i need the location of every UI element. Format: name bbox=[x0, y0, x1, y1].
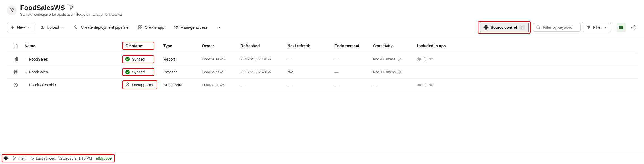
svg-rect-7 bbox=[139, 28, 140, 29]
endorsement-cell: — bbox=[334, 70, 371, 74]
svg-point-1 bbox=[12, 8, 13, 10]
synced-icon bbox=[125, 70, 130, 74]
filter-icon bbox=[586, 25, 591, 30]
sensitivity-cell: — bbox=[373, 83, 415, 87]
owner-cell: FoodSalesWS bbox=[202, 57, 238, 61]
svg-point-4 bbox=[77, 28, 78, 29]
svg-rect-5 bbox=[139, 26, 140, 27]
table-header-row: Name Git status Type Owner Refreshed Nex… bbox=[7, 38, 637, 53]
lineage-view-button[interactable] bbox=[629, 23, 637, 31]
premium-diamond-icon bbox=[68, 5, 73, 11]
manage-access-button[interactable]: Manage access bbox=[170, 23, 211, 32]
refreshed-cell: — bbox=[240, 83, 285, 87]
included-toggle[interactable] bbox=[417, 57, 426, 61]
table-row[interactable]: FoodSales.pbixUnsupportedDashboardFoodSa… bbox=[7, 79, 637, 91]
endorsement-cell: — bbox=[334, 57, 371, 61]
sensitivity-cell: Non-Business bbox=[373, 70, 415, 74]
source-control-button[interactable]: Source control 0 bbox=[480, 23, 529, 32]
endorsement-cell: — bbox=[334, 83, 371, 87]
svg-point-11 bbox=[218, 27, 218, 28]
list-view-toggle[interactable] bbox=[617, 23, 626, 32]
git-status-cell: Synced bbox=[125, 69, 161, 75]
source-control-count-badge: 0 bbox=[519, 25, 525, 30]
create-pipeline-button[interactable]: Create deployment pipeline bbox=[70, 23, 132, 32]
col-sensitivity[interactable]: Sensitivity bbox=[373, 44, 415, 48]
col-refreshed[interactable]: Refreshed bbox=[240, 44, 285, 48]
upload-button-label: Upload bbox=[47, 25, 59, 30]
upload-button[interactable]: Upload bbox=[36, 23, 68, 32]
next-refresh-cell: N/A bbox=[287, 70, 332, 74]
svg-point-13 bbox=[221, 27, 221, 28]
included-cell: No bbox=[417, 83, 451, 87]
owner-cell: FoodSalesWS bbox=[202, 70, 238, 74]
chevron-down-icon bbox=[61, 26, 65, 29]
col-included[interactable]: Included in app bbox=[417, 44, 451, 48]
manage-access-label: Manage access bbox=[180, 25, 208, 30]
more-button[interactable] bbox=[214, 23, 225, 32]
item-type-icon bbox=[9, 70, 22, 75]
refreshed-cell: 25/07/23, 12:48:56 bbox=[240, 57, 285, 61]
chevron-down-icon bbox=[27, 26, 30, 29]
refreshed-cell: 25/07/23, 12:48:56 bbox=[240, 70, 285, 74]
item-type-icon bbox=[9, 57, 22, 62]
included-toggle[interactable] bbox=[417, 83, 426, 87]
table-row[interactable]: ›FoodSalesSyncedDatasetFoodSalesWS25/07/… bbox=[7, 66, 637, 79]
svg-rect-18 bbox=[14, 60, 15, 61]
create-app-button[interactable]: Create app bbox=[135, 23, 168, 32]
filter-button[interactable]: Filter bbox=[583, 23, 611, 32]
info-icon bbox=[397, 57, 401, 61]
svg-rect-6 bbox=[141, 26, 142, 27]
col-type-icon bbox=[9, 43, 22, 48]
col-type[interactable]: Type bbox=[163, 44, 200, 48]
svg-point-17 bbox=[634, 28, 635, 29]
svg-point-14 bbox=[537, 26, 539, 28]
svg-point-10 bbox=[176, 26, 178, 27]
svg-rect-8 bbox=[141, 28, 142, 29]
table-row[interactable]: ›FoodSalesSyncedReportFoodSalesWS25/07/2… bbox=[7, 53, 637, 66]
chevron-down-icon bbox=[604, 26, 607, 29]
col-next-refresh[interactable]: Next refresh bbox=[287, 44, 332, 48]
svg-point-3 bbox=[75, 26, 76, 27]
workspace-title: FoodSalesWS bbox=[20, 4, 65, 12]
workspace-icon bbox=[7, 5, 17, 15]
search-input[interactable] bbox=[543, 25, 577, 30]
git-status-cell: Unsupported bbox=[125, 82, 161, 88]
type-cell: Dataset bbox=[163, 70, 200, 74]
workspace-header: FoodSalesWS Sample workspace for applica… bbox=[0, 0, 644, 18]
col-endorsement[interactable]: Endorsement bbox=[334, 44, 371, 48]
synced-icon bbox=[125, 57, 130, 61]
svg-rect-19 bbox=[15, 58, 16, 61]
expand-icon[interactable]: › bbox=[25, 58, 27, 61]
source-control-label: Source control bbox=[491, 25, 517, 30]
item-type-icon bbox=[9, 82, 22, 87]
new-button-label: New bbox=[17, 25, 25, 30]
sensitivity-cell: Non-Business bbox=[373, 57, 415, 61]
workspace-subtitle: Sample workspace for application lifecyc… bbox=[20, 12, 122, 16]
new-button[interactable]: New bbox=[7, 23, 34, 32]
expand-icon[interactable]: › bbox=[25, 70, 27, 73]
filter-label: Filter bbox=[593, 25, 602, 30]
svg-point-0 bbox=[10, 8, 12, 10]
included-cell: No bbox=[417, 57, 451, 61]
svg-point-16 bbox=[634, 25, 635, 27]
search-box[interactable] bbox=[533, 23, 581, 32]
svg-point-2 bbox=[11, 10, 13, 12]
col-git-status[interactable]: Git status bbox=[125, 43, 161, 49]
owner-cell: FoodSalesWS bbox=[202, 83, 238, 87]
svg-point-12 bbox=[219, 27, 220, 28]
col-owner[interactable]: Owner bbox=[202, 44, 238, 48]
git-icon bbox=[483, 25, 489, 30]
item-name[interactable]: ›FoodSales bbox=[25, 57, 122, 61]
git-status-cell: Synced bbox=[125, 56, 161, 62]
svg-point-9 bbox=[175, 26, 176, 27]
svg-rect-20 bbox=[16, 57, 17, 61]
type-cell: Report bbox=[163, 57, 200, 61]
type-cell: Dashboard bbox=[163, 83, 200, 87]
items-table: Name Git status Type Owner Refreshed Nex… bbox=[0, 38, 644, 91]
unsupported-icon bbox=[125, 82, 130, 87]
item-name[interactable]: ›FoodSales bbox=[25, 70, 122, 74]
item-name[interactable]: FoodSales.pbix bbox=[25, 83, 122, 87]
next-refresh-cell: — bbox=[287, 83, 332, 87]
col-name[interactable]: Name bbox=[25, 44, 122, 48]
svg-point-22 bbox=[14, 70, 17, 72]
